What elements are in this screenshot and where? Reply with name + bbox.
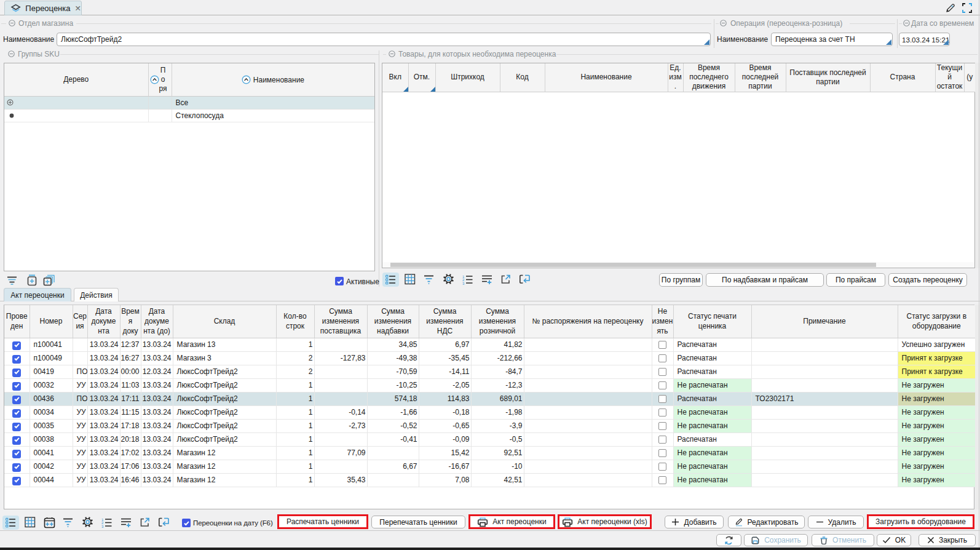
svg-text:3: 3 [462, 282, 465, 285]
svg-text:3: 3 [101, 525, 104, 528]
